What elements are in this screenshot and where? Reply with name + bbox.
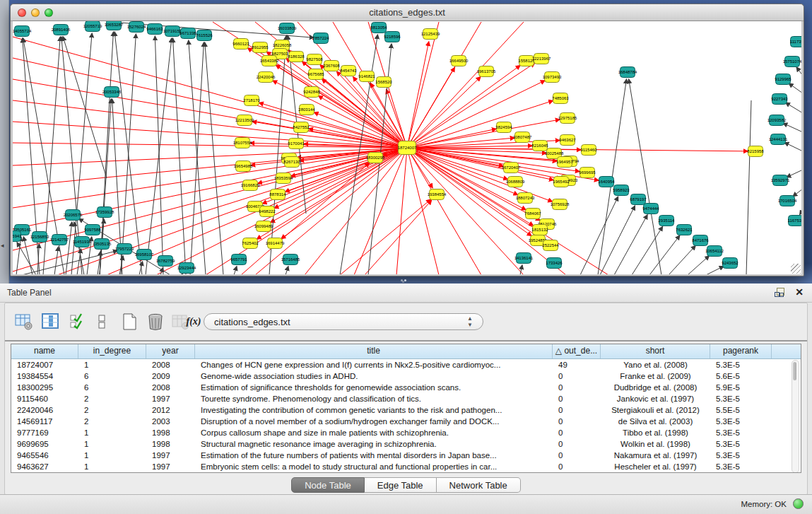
graph-node[interactable]: 12125439 — [421, 29, 440, 40]
graph-node[interactable]: 8186328 — [288, 52, 305, 62]
graph-node[interactable]: 1640954 — [598, 177, 615, 187]
graph-node[interactable]: 7485063 — [552, 93, 569, 104]
graph-node[interactable]: 15276024 — [127, 22, 146, 33]
unselect-rows-icon[interactable] — [91, 311, 112, 332]
graph-node[interactable]: 12093582 — [767, 115, 787, 126]
graph-node[interactable]: 18300295 — [366, 153, 385, 163]
graph-node[interactable]: 9242848 — [303, 87, 320, 98]
graph-node[interactable]: 19166829 — [241, 180, 260, 191]
float-panel-icon[interactable] — [775, 288, 784, 297]
graph-node[interactable]: 8471676 — [692, 235, 709, 246]
graph-node[interactable]: 9675685 — [307, 69, 324, 80]
graph-node[interactable]: 2367608 — [323, 61, 340, 71]
graph-node[interactable]: 12975185 — [558, 113, 577, 124]
table-row[interactable]: 911546021997Tourette syndrome. Phenomeno… — [11, 393, 801, 404]
graph-node[interactable]: 16914479 — [266, 238, 285, 249]
graph-node[interactable]: 18724007 — [398, 141, 417, 155]
splitter-collapse-icon[interactable]: ◂ — [1, 242, 4, 249]
graph-node[interactable]: 3824594 — [495, 122, 512, 133]
graph-node[interactable]: 16649500 — [449, 56, 469, 66]
graph-node[interactable]: 16958107 — [135, 250, 154, 260]
graph-node[interactable]: 19613705 — [477, 66, 496, 77]
tab-edge-table[interactable]: Edge Table — [365, 477, 437, 493]
graph-node[interactable]: 8267130 — [283, 157, 300, 168]
graph-node[interactable]: 9129965 — [775, 74, 792, 85]
graph-node[interactable]: 8215958 — [747, 146, 764, 157]
graph-node[interactable]: 9097588 — [84, 225, 101, 235]
graph-node[interactable]: 6879197 — [630, 194, 647, 205]
table-row[interactable]: 1456911722003Disruption of a novel membe… — [11, 416, 801, 427]
column-header-name[interactable]: name — [11, 344, 78, 358]
graph-node[interactable]: 9243652 — [722, 258, 739, 269]
column-header-short[interactable]: short — [601, 344, 710, 358]
graph-node[interactable]: 16720407 — [502, 163, 521, 173]
graph-node[interactable]: 8912955 — [252, 42, 269, 53]
graph-node[interactable]: 9699695 — [579, 168, 596, 178]
graph-node[interactable]: 9466163 — [146, 24, 163, 35]
column-header-in_degree[interactable]: in_degree — [78, 344, 146, 358]
graph-node[interactable]: 10973493 — [543, 72, 562, 83]
graph-node[interactable]: 9474444 — [642, 204, 659, 214]
graph-node[interactable]: 1815132 — [531, 225, 548, 235]
graph-node[interactable]: 3915941 — [13, 231, 22, 242]
graph-node[interactable]: 7684067 — [524, 209, 541, 219]
graph-node[interactable]: 15751074 — [783, 57, 801, 67]
graph-node[interactable]: 19384554 — [428, 189, 447, 200]
graph-node[interactable]: 9115460 — [581, 145, 598, 156]
graph-node[interactable]: 12213967 — [532, 54, 551, 64]
graph-node[interactable]: 8813054 — [370, 23, 387, 33]
graph-node[interactable]: 22420046 — [257, 72, 276, 83]
table-row[interactable]: 969969511998Structural magnetic resonanc… — [11, 438, 801, 450]
delete-table-icon[interactable] — [145, 311, 166, 332]
graph-node[interactable]: 16848784 — [618, 67, 637, 78]
table-row[interactable]: 1830029562008Estimation of significance … — [11, 382, 801, 393]
graph-node[interactable]: 1117352 — [790, 37, 801, 47]
graph-node[interactable]: 16782759 — [156, 256, 175, 267]
graph-node[interactable]: 7615526 — [196, 30, 213, 41]
graph-node[interactable]: 10653287 — [105, 21, 124, 30]
graph-node[interactable]: 18807243 — [516, 193, 535, 204]
network-table-select[interactable]: citations_edges.txt ▲▼ — [204, 313, 483, 330]
resize-grip[interactable] — [791, 264, 801, 274]
graph-node[interactable]: 12142757 — [50, 235, 69, 245]
table-scrollbar-thumb[interactable] — [793, 362, 796, 380]
graph-node[interactable]: 7857224 — [312, 33, 329, 44]
graph-node[interactable]: 17359928 — [95, 207, 114, 218]
table-row[interactable]: 1938455462009Genome-wide association stu… — [11, 370, 801, 382]
function-builder-icon[interactable]: f(x) — [183, 311, 204, 332]
network-canvas[interactable]: 1405572420891406120557191065328715276024… — [13, 21, 801, 274]
graph-node[interactable]: 1964957 — [556, 157, 573, 168]
table-row[interactable]: 946554611997Estimation of the future num… — [11, 450, 801, 461]
graph-node[interactable]: 16543382 — [260, 56, 279, 66]
graph-node[interactable]: 16099489 — [254, 221, 273, 232]
graph-node[interactable]: 12156853 — [30, 232, 49, 243]
graph-node[interactable]: 9498222 — [259, 206, 276, 217]
graph-node[interactable]: 19654985 — [234, 161, 253, 172]
column-header-year[interactable]: year — [146, 344, 195, 358]
graph-node[interactable]: 18107554 — [233, 138, 252, 148]
graph-node[interactable]: 10807487 — [513, 132, 532, 143]
select-all-rows-icon[interactable] — [67, 311, 88, 332]
table-row[interactable]: 2242004622012Investigating the contribut… — [11, 404, 801, 416]
graph-node[interactable]: 5958923 — [613, 185, 630, 196]
graph-node[interactable]: 20206576 — [64, 210, 83, 221]
graph-node[interactable]: 10688809 — [506, 177, 525, 187]
column-header-title[interactable]: title — [195, 344, 553, 358]
table-scrollbar[interactable] — [792, 360, 799, 473]
column-settings-icon[interactable] — [13, 311, 35, 332]
graph-node[interactable]: 12923444 — [177, 263, 196, 274]
graph-node[interactable]: 16033809 — [278, 23, 297, 34]
graph-node[interactable]: 8878314 — [269, 189, 286, 200]
table-row[interactable]: 1872400712008Changes of HCN gene express… — [11, 359, 801, 370]
graph-node[interactable]: 20891406 — [52, 25, 71, 35]
graph-node[interactable]: 1733426 — [546, 258, 563, 269]
graph-node[interactable]: 12055719 — [83, 21, 102, 32]
tab-network-table[interactable]: Network Table — [437, 477, 521, 493]
graph-node[interactable]: 18353594 — [274, 173, 293, 184]
graph-node[interactable]: 9827508 — [306, 54, 323, 65]
graph-node[interactable]: 1965492 — [553, 177, 570, 187]
table-row[interactable]: 977716911998Corpus callosum shape and si… — [11, 427, 801, 438]
graph-node[interactable]: 10756928 — [551, 199, 570, 210]
graph-node[interactable]: 7632621 — [676, 225, 693, 235]
graph-node[interactable]: 7625402 — [242, 238, 259, 249]
